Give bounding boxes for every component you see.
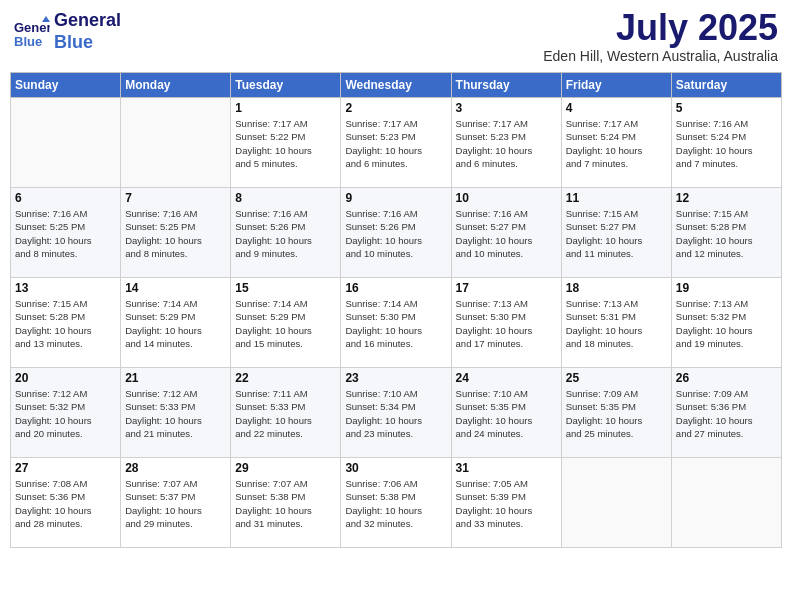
- day-detail: Sunrise: 7:16 AM Sunset: 5:26 PM Dayligh…: [345, 207, 446, 260]
- day-number: 19: [676, 281, 777, 295]
- calendar-day-cell: [671, 458, 781, 548]
- calendar-body: 1Sunrise: 7:17 AM Sunset: 5:22 PM Daylig…: [11, 98, 782, 548]
- day-detail: Sunrise: 7:10 AM Sunset: 5:35 PM Dayligh…: [456, 387, 557, 440]
- day-number: 7: [125, 191, 226, 205]
- day-number: 4: [566, 101, 667, 115]
- calendar-day-cell: 9Sunrise: 7:16 AM Sunset: 5:26 PM Daylig…: [341, 188, 451, 278]
- day-number: 2: [345, 101, 446, 115]
- day-number: 14: [125, 281, 226, 295]
- day-detail: Sunrise: 7:16 AM Sunset: 5:27 PM Dayligh…: [456, 207, 557, 260]
- calendar-day-cell: 1Sunrise: 7:17 AM Sunset: 5:22 PM Daylig…: [231, 98, 341, 188]
- calendar-header: SundayMondayTuesdayWednesdayThursdayFrid…: [11, 73, 782, 98]
- day-detail: Sunrise: 7:16 AM Sunset: 5:26 PM Dayligh…: [235, 207, 336, 260]
- day-number: 8: [235, 191, 336, 205]
- day-number: 24: [456, 371, 557, 385]
- calendar-day-cell: 24Sunrise: 7:10 AM Sunset: 5:35 PM Dayli…: [451, 368, 561, 458]
- day-number: 17: [456, 281, 557, 295]
- calendar-day-cell: 8Sunrise: 7:16 AM Sunset: 5:26 PM Daylig…: [231, 188, 341, 278]
- calendar-day-cell: 19Sunrise: 7:13 AM Sunset: 5:32 PM Dayli…: [671, 278, 781, 368]
- day-detail: Sunrise: 7:17 AM Sunset: 5:24 PM Dayligh…: [566, 117, 667, 170]
- day-detail: Sunrise: 7:08 AM Sunset: 5:36 PM Dayligh…: [15, 477, 116, 530]
- calendar-day-cell: 10Sunrise: 7:16 AM Sunset: 5:27 PM Dayli…: [451, 188, 561, 278]
- calendar-day-cell: 18Sunrise: 7:13 AM Sunset: 5:31 PM Dayli…: [561, 278, 671, 368]
- day-number: 26: [676, 371, 777, 385]
- svg-text:Blue: Blue: [14, 34, 42, 49]
- day-detail: Sunrise: 7:17 AM Sunset: 5:22 PM Dayligh…: [235, 117, 336, 170]
- logo-text-blue: Blue: [54, 32, 121, 54]
- logo-text-general: General: [54, 10, 121, 32]
- day-number: 20: [15, 371, 116, 385]
- day-detail: Sunrise: 7:09 AM Sunset: 5:36 PM Dayligh…: [676, 387, 777, 440]
- calendar-day-cell: 29Sunrise: 7:07 AM Sunset: 5:38 PM Dayli…: [231, 458, 341, 548]
- calendar-day-cell: 6Sunrise: 7:16 AM Sunset: 5:25 PM Daylig…: [11, 188, 121, 278]
- calendar-day-cell: 21Sunrise: 7:12 AM Sunset: 5:33 PM Dayli…: [121, 368, 231, 458]
- day-detail: Sunrise: 7:13 AM Sunset: 5:30 PM Dayligh…: [456, 297, 557, 350]
- calendar-day-cell: 28Sunrise: 7:07 AM Sunset: 5:37 PM Dayli…: [121, 458, 231, 548]
- calendar-day-cell: 12Sunrise: 7:15 AM Sunset: 5:28 PM Dayli…: [671, 188, 781, 278]
- calendar-day-cell: 15Sunrise: 7:14 AM Sunset: 5:29 PM Dayli…: [231, 278, 341, 368]
- day-number: 9: [345, 191, 446, 205]
- day-detail: Sunrise: 7:12 AM Sunset: 5:33 PM Dayligh…: [125, 387, 226, 440]
- day-of-week-header: Tuesday: [231, 73, 341, 98]
- page-header: General Blue General Blue July 2025 Eden…: [10, 10, 782, 64]
- calendar-day-cell: 31Sunrise: 7:05 AM Sunset: 5:39 PM Dayli…: [451, 458, 561, 548]
- day-detail: Sunrise: 7:16 AM Sunset: 5:24 PM Dayligh…: [676, 117, 777, 170]
- day-detail: Sunrise: 7:07 AM Sunset: 5:38 PM Dayligh…: [235, 477, 336, 530]
- day-number: 25: [566, 371, 667, 385]
- day-detail: Sunrise: 7:16 AM Sunset: 5:25 PM Dayligh…: [125, 207, 226, 260]
- day-number: 1: [235, 101, 336, 115]
- day-number: 16: [345, 281, 446, 295]
- day-detail: Sunrise: 7:11 AM Sunset: 5:33 PM Dayligh…: [235, 387, 336, 440]
- calendar-day-cell: 27Sunrise: 7:08 AM Sunset: 5:36 PM Dayli…: [11, 458, 121, 548]
- day-detail: Sunrise: 7:05 AM Sunset: 5:39 PM Dayligh…: [456, 477, 557, 530]
- calendar-day-cell: 23Sunrise: 7:10 AM Sunset: 5:34 PM Dayli…: [341, 368, 451, 458]
- calendar-day-cell: 16Sunrise: 7:14 AM Sunset: 5:30 PM Dayli…: [341, 278, 451, 368]
- calendar-day-cell: 3Sunrise: 7:17 AM Sunset: 5:23 PM Daylig…: [451, 98, 561, 188]
- day-detail: Sunrise: 7:16 AM Sunset: 5:25 PM Dayligh…: [15, 207, 116, 260]
- day-number: 6: [15, 191, 116, 205]
- calendar-day-cell: 14Sunrise: 7:14 AM Sunset: 5:29 PM Dayli…: [121, 278, 231, 368]
- day-of-week-header: Wednesday: [341, 73, 451, 98]
- day-number: 22: [235, 371, 336, 385]
- calendar-day-cell: 7Sunrise: 7:16 AM Sunset: 5:25 PM Daylig…: [121, 188, 231, 278]
- day-detail: Sunrise: 7:13 AM Sunset: 5:32 PM Dayligh…: [676, 297, 777, 350]
- day-number: 12: [676, 191, 777, 205]
- day-detail: Sunrise: 7:14 AM Sunset: 5:29 PM Dayligh…: [125, 297, 226, 350]
- calendar-day-cell: 17Sunrise: 7:13 AM Sunset: 5:30 PM Dayli…: [451, 278, 561, 368]
- svg-marker-2: [42, 16, 50, 22]
- calendar-day-cell: 25Sunrise: 7:09 AM Sunset: 5:35 PM Dayli…: [561, 368, 671, 458]
- day-detail: Sunrise: 7:09 AM Sunset: 5:35 PM Dayligh…: [566, 387, 667, 440]
- day-detail: Sunrise: 7:10 AM Sunset: 5:34 PM Dayligh…: [345, 387, 446, 440]
- day-number: 3: [456, 101, 557, 115]
- calendar-day-cell: [561, 458, 671, 548]
- logo: General Blue General Blue: [14, 10, 121, 53]
- day-of-week-header: Saturday: [671, 73, 781, 98]
- day-number: 11: [566, 191, 667, 205]
- day-detail: Sunrise: 7:17 AM Sunset: 5:23 PM Dayligh…: [456, 117, 557, 170]
- calendar-day-cell: 30Sunrise: 7:06 AM Sunset: 5:38 PM Dayli…: [341, 458, 451, 548]
- day-detail: Sunrise: 7:17 AM Sunset: 5:23 PM Dayligh…: [345, 117, 446, 170]
- calendar-day-cell: 2Sunrise: 7:17 AM Sunset: 5:23 PM Daylig…: [341, 98, 451, 188]
- day-detail: Sunrise: 7:14 AM Sunset: 5:29 PM Dayligh…: [235, 297, 336, 350]
- calendar-day-cell: [121, 98, 231, 188]
- day-detail: Sunrise: 7:06 AM Sunset: 5:38 PM Dayligh…: [345, 477, 446, 530]
- day-number: 30: [345, 461, 446, 475]
- calendar-day-cell: 5Sunrise: 7:16 AM Sunset: 5:24 PM Daylig…: [671, 98, 781, 188]
- day-detail: Sunrise: 7:07 AM Sunset: 5:37 PM Dayligh…: [125, 477, 226, 530]
- logo-icon: General Blue: [14, 14, 50, 50]
- day-detail: Sunrise: 7:14 AM Sunset: 5:30 PM Dayligh…: [345, 297, 446, 350]
- day-of-week-header: Monday: [121, 73, 231, 98]
- calendar-day-cell: 13Sunrise: 7:15 AM Sunset: 5:28 PM Dayli…: [11, 278, 121, 368]
- day-number: 27: [15, 461, 116, 475]
- day-of-week-header: Sunday: [11, 73, 121, 98]
- day-number: 21: [125, 371, 226, 385]
- calendar-day-cell: 20Sunrise: 7:12 AM Sunset: 5:32 PM Dayli…: [11, 368, 121, 458]
- calendar-day-cell: [11, 98, 121, 188]
- day-detail: Sunrise: 7:15 AM Sunset: 5:28 PM Dayligh…: [15, 297, 116, 350]
- title-block: July 2025 Eden Hill, Western Australia, …: [543, 10, 778, 64]
- day-detail: Sunrise: 7:15 AM Sunset: 5:27 PM Dayligh…: [566, 207, 667, 260]
- calendar-week-row: 1Sunrise: 7:17 AM Sunset: 5:22 PM Daylig…: [11, 98, 782, 188]
- day-number: 10: [456, 191, 557, 205]
- day-of-week-header: Friday: [561, 73, 671, 98]
- header-row: SundayMondayTuesdayWednesdayThursdayFrid…: [11, 73, 782, 98]
